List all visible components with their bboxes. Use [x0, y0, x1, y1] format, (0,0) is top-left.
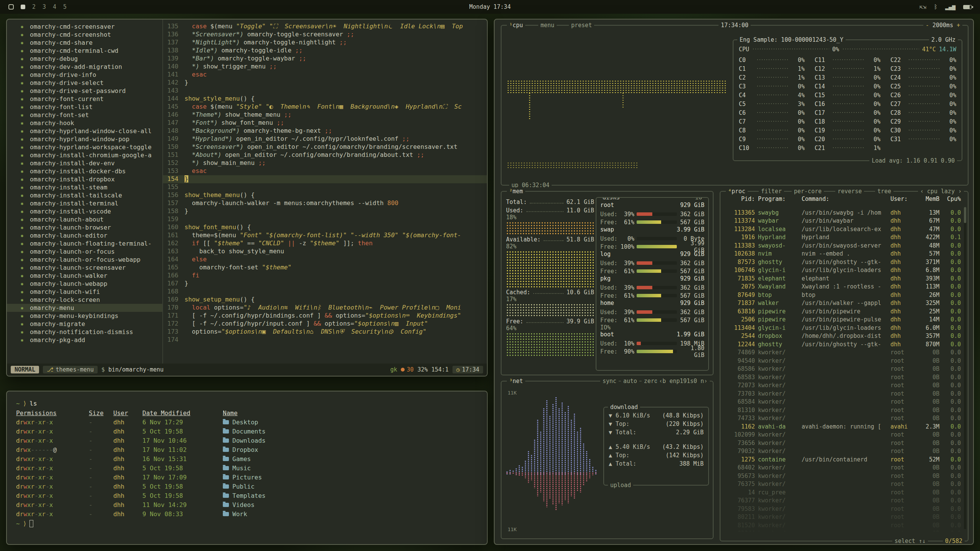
process-row[interactable]: 1916HyprlandHyprlanddhh422M0.1: [720, 233, 963, 242]
io-tab[interactable]: io: [693, 197, 704, 201]
process-row[interactable]: 72073kworker/root0B0.0: [720, 381, 963, 390]
net-box-title[interactable]: ³net: [507, 377, 525, 385]
file-item[interactable]: ✱omarchy-cmd-terminal-cwd: [7, 47, 162, 55]
workspace-1-active-indicator[interactable]: [21, 5, 25, 9]
process-row[interactable]: 94540kworker/root0B0.0: [720, 357, 963, 365]
code-line[interactable]: 156show_theme_menu() {: [163, 191, 487, 199]
process-row[interactable]: 79032kworker/root0B0.0: [720, 447, 963, 456]
file-item[interactable]: ✱omarchy-cmd-share: [7, 39, 162, 47]
file-item[interactable]: ✱omarchy-launch-browser: [7, 223, 162, 231]
code-line[interactable]: 165 omarchy-font-set "$theme": [163, 264, 487, 272]
process-row[interactable]: 113365swaybg/usr/bin/swaybg -i /homdhh13…: [720, 209, 963, 217]
code-line[interactable]: 139 *Bar*) omarchy-toggle-waybar ;;: [163, 55, 487, 63]
file-item[interactable]: ✱omarchy-launch-webapp: [7, 280, 162, 288]
cpu-box-title[interactable]: ¹cpu: [507, 21, 525, 29]
process-row[interactable]: 1162avahi-daavahi-daemon: running [avahi…: [720, 422, 963, 431]
process-row[interactable]: 71837walker/usr/bin/walker --gappldhh325…: [720, 299, 963, 308]
file-item[interactable]: ✱omarchy-drive-select: [7, 79, 162, 87]
process-row[interactable]: 2544dropbox/home/dhh/.dropbox-distdhh357…: [720, 332, 963, 341]
file-item[interactable]: ✱omarchy-install-tailscale: [7, 191, 162, 199]
process-row[interactable]: 113383swayosd-/usr/bin/swayosd-serverdhh…: [720, 241, 963, 250]
file-item[interactable]: ✱omarchy-dev-add-migration: [7, 63, 162, 71]
process-row[interactable]: 87573ghostty/usr/bin/ghostty --gtk-dhh37…: [720, 258, 963, 266]
file-item[interactable]: ✱omarchy-install-terminal: [7, 199, 162, 207]
process-row[interactable]: 87649btopbtopdhh26M0.0: [720, 291, 963, 299]
code-line[interactable]: 153 esac: [163, 167, 487, 175]
disks-tab[interactable]: disks: [600, 197, 622, 201]
file-item[interactable]: ✱omarchy-font-current: [7, 95, 162, 103]
code-line[interactable]: 145 case $(menu "Style" "◐ Theme\n✎ Font…: [163, 103, 487, 111]
file-item[interactable]: ✱omarchy-install-dev-env: [7, 159, 162, 167]
file-item[interactable]: ✱omarchy-launch-or-focus: [7, 248, 162, 256]
file-item[interactable]: ✱omarchy-launch-about: [7, 215, 162, 223]
file-item[interactable]: ✱omarchy-launch-wifi: [7, 288, 162, 296]
code-line[interactable]: 147 *Font*) show_font_menu ;;: [163, 119, 487, 127]
process-row[interactable]: 79583kworker/root0B0.0: [720, 505, 963, 513]
file-item[interactable]: ✱omarchy-cmd-screenshot: [7, 31, 162, 39]
code-line[interactable]: 166 fi: [163, 272, 487, 280]
file-item[interactable]: ✱omarchy-font-list: [7, 103, 162, 111]
net-sync-button[interactable]: sync: [600, 377, 619, 385]
battery-icon[interactable]: [963, 5, 972, 9]
process-row[interactable]: 68402kworker/root0B0.0: [720, 464, 963, 472]
workspace-4[interactable]: 4: [53, 3, 56, 10]
workspace-3[interactable]: 3: [42, 3, 46, 10]
process-row[interactable]: 68586kworker/root0B0.0: [720, 365, 963, 373]
process-row[interactable]: 2506pipewire/usr/bin/pipewire-pulsedhh14…: [720, 316, 963, 324]
menu-button[interactable]: menu: [538, 21, 557, 29]
code-line[interactable]: 161 theme=$(menu "Font" "$(omarchy-font-…: [163, 231, 487, 240]
file-item[interactable]: ✱omarchy-font-set: [7, 111, 162, 119]
proc-sort-mode[interactable]: ‹ cpu lazy ›: [918, 187, 964, 195]
file-item[interactable]: ✱omarchy-drive-info: [7, 71, 162, 79]
file-item[interactable]: ✱omarchy-hook: [7, 119, 162, 127]
process-row[interactable]: 12244ghostty/usr/bin/ghostty --gtk-dhh87…: [720, 340, 963, 349]
code-line[interactable]: 171 [ -f ~/.config/hypr/bindings.conf ] …: [163, 312, 487, 320]
code-line[interactable]: 169show_setup_menu() {: [163, 296, 487, 304]
process-row[interactable]: 2075XwaylandXwayland :1 -rootless -dhh11…: [720, 283, 963, 291]
file-item[interactable]: ✱omarchy-launch-or-focus-webapp: [7, 256, 162, 264]
file-item[interactable]: ✱omarchy-lock-screen: [7, 296, 162, 304]
code-line[interactable]: 138 *Idle*) omarchy-toggle-idle ;;: [163, 47, 487, 55]
code-line[interactable]: 159: [163, 215, 487, 223]
bluetooth-icon[interactable]: ᛒ: [934, 3, 938, 10]
process-row[interactable]: 14rcu_preeroot0B0.0: [720, 488, 963, 497]
file-item[interactable]: ✱omarchy-install-docker-dbs: [7, 167, 162, 175]
net-interface-switcher[interactable]: ‹b enp191s0 n›: [657, 377, 710, 385]
workspace-2[interactable]: 2: [32, 3, 36, 10]
code-line[interactable]: 168: [163, 288, 487, 296]
process-row[interactable]: 76377kworker/root0B0.0: [720, 497, 963, 505]
process-row[interactable]: 113284localsea/usr/lib/localsearch-exdhh…: [720, 225, 963, 233]
process-row[interactable]: 80211kworker/root0B0.0: [720, 513, 963, 522]
proc-tree-button[interactable]: tree: [875, 187, 893, 195]
file-item[interactable]: ✱omarchy-launch-walker: [7, 272, 162, 280]
code-line[interactable]: 143: [163, 87, 487, 95]
file-item[interactable]: ✱omarchy-install-chromium-google-a: [7, 151, 162, 159]
process-row[interactable]: 95673kworker/root0B0.0: [720, 472, 963, 480]
code-line[interactable]: 150 *Screensaver*) open_in_editor ~/.con…: [163, 143, 487, 151]
file-item[interactable]: ✱omarchy-hyprland-workspace-toggle: [7, 143, 162, 151]
code-line[interactable]: 151 *About*) open_in_editor ~/.config/om…: [163, 151, 487, 159]
file-item[interactable]: ✱omarchy-menu-keybindings: [7, 312, 162, 320]
code-line[interactable]: 136 *Screensaver*) omarchy-toggle-screen…: [163, 31, 487, 39]
code-line[interactable]: 152 *) show_main_menu ;;: [163, 159, 487, 167]
code-line[interactable]: 170 local options="♪ Audio\n≋ Wifi\nᛒ Bl…: [163, 304, 487, 312]
clock[interactable]: Monday 17:34: [469, 3, 511, 10]
file-item[interactable]: ✱omarchy-menu: [7, 304, 162, 312]
file-item[interactable]: ✱omarchy-notification-dismiss: [7, 328, 162, 336]
process-row[interactable]: 81310kworker/root0B0.0: [720, 406, 963, 414]
code-line[interactable]: 146 *Theme*) show_theme_menu ;;: [163, 111, 487, 119]
code-line[interactable]: 135 case $(menu "Toggle" "⛶ Screensaver\…: [163, 23, 487, 31]
code-line[interactable]: 174: [163, 336, 487, 344]
process-row[interactable]: 73703kworker/root0B0.0: [720, 390, 963, 398]
process-scrollbar[interactable]: [964, 207, 966, 529]
launcher-icon[interactable]: [8, 4, 14, 10]
net-auto-button[interactable]: auto: [621, 377, 639, 385]
code-line[interactable]: 162 if [[ "$theme" == "CNCLD" || -z "$th…: [163, 240, 487, 248]
proc-box-title[interactable]: ⁴proc: [726, 187, 748, 195]
preset-button[interactable]: preset: [569, 21, 594, 29]
process-row[interactable]: 68584kworker/root0B0.0: [720, 398, 963, 406]
proc-filter-button[interactable]: filter: [759, 187, 784, 195]
process-row[interactable]: 63816pipewire/usr/bin/pipewiredhh25M0.0: [720, 307, 963, 316]
code-line[interactable]: 155: [163, 183, 487, 191]
code-line[interactable]: 148 *Background*) omarchy-theme-bg-next …: [163, 127, 487, 135]
